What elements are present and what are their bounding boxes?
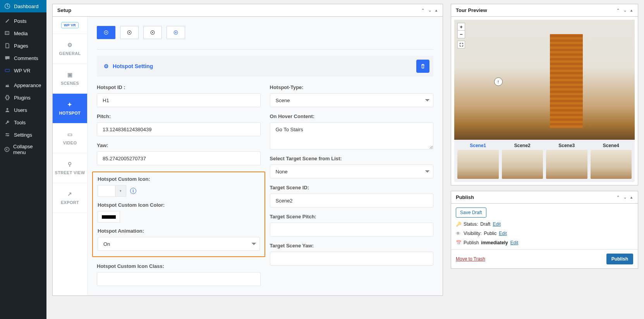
- custom-icon-preview: [98, 185, 115, 197]
- scene-thumb-2[interactable]: Scene2: [502, 143, 543, 179]
- panel-up-icon[interactable]: ⌃: [616, 7, 620, 13]
- collapse-icon: [4, 146, 10, 153]
- zoom-in-button[interactable]: +: [457, 23, 465, 31]
- publish-panel-title: Publish: [456, 194, 474, 200]
- animation-select[interactable]: On: [98, 237, 260, 251]
- scene-thumb-4[interactable]: Scene4: [591, 143, 632, 179]
- streetview-icon: ⚲: [68, 161, 72, 167]
- target-id-input[interactable]: [270, 194, 434, 208]
- hotspot-slot-2[interactable]: [120, 26, 139, 39]
- hotspot-id-input[interactable]: [97, 93, 261, 107]
- panel-down-icon[interactable]: ⌄: [623, 194, 627, 200]
- label-pitch: Pitch:: [97, 113, 261, 119]
- hotspot-add-button[interactable]: [167, 26, 185, 39]
- target-pitch-input[interactable]: [270, 223, 434, 237]
- publish-value: immediately: [481, 240, 508, 245]
- publish-button[interactable]: Publish: [606, 254, 633, 264]
- tab-streetview[interactable]: ⚲STREET VIEW: [53, 153, 87, 183]
- sidebar-item-settings[interactable]: Settings: [0, 129, 46, 141]
- pitch-input[interactable]: [97, 122, 261, 136]
- panel-up-icon[interactable]: ⌃: [421, 7, 425, 13]
- setup-tab-rail: WP VR ⚙GENERAL ▣SCENES ✦HOTSPOT ▭VIDEO ⚲…: [53, 17, 88, 295]
- svg-point-5: [5, 147, 9, 151]
- comments-icon: [4, 55, 11, 62]
- sidebar-item-media[interactable]: Media: [0, 27, 46, 39]
- hotspot-type-select[interactable]: Scene: [270, 93, 434, 107]
- preview-wall: [550, 34, 583, 128]
- sidebar-item-users[interactable]: Users: [0, 104, 46, 116]
- label-hotspot-id: Hotspot ID :: [97, 84, 261, 90]
- edit-status-link[interactable]: Edit: [493, 221, 501, 227]
- svg-point-3: [6, 133, 7, 134]
- media-icon: [4, 30, 11, 37]
- gear-icon: ⚙: [104, 63, 109, 69]
- delete-hotspot-button[interactable]: [416, 60, 429, 73]
- label-icon-color: Hotspot Custom Icon Color:: [98, 202, 260, 208]
- sidebar-item-pages[interactable]: Pages: [0, 39, 46, 52]
- hotspot-slot-1[interactable]: [97, 26, 115, 39]
- panel-down-icon[interactable]: ⌄: [623, 7, 627, 13]
- custom-icon-dropdown[interactable]: ▾: [115, 185, 126, 197]
- tab-general[interactable]: ⚙GENERAL: [53, 34, 87, 64]
- tab-export[interactable]: ↗EXPORT: [53, 183, 87, 213]
- sidebar-item-wpvr[interactable]: WP VR: [0, 64, 46, 77]
- target-yaw-input[interactable]: [270, 252, 434, 266]
- scene-nav-arrow[interactable]: ↑: [494, 77, 503, 86]
- fullscreen-button[interactable]: [457, 41, 465, 48]
- icon-color-swatch[interactable]: [98, 211, 120, 223]
- tab-hotspot[interactable]: ✦HOTSPOT: [53, 94, 87, 123]
- panel-up-icon[interactable]: ⌃: [616, 194, 620, 200]
- icon-class-input[interactable]: [97, 272, 261, 286]
- zoom-out-button[interactable]: −: [457, 31, 465, 38]
- onhover-textarea[interactable]: Go To Stairs: [270, 122, 434, 149]
- panel-toggle-icon[interactable]: ▴: [434, 7, 438, 13]
- sidebar-item-plugins[interactable]: Plugins: [0, 91, 46, 104]
- target-scene-select[interactable]: None: [270, 165, 434, 178]
- hotspot-icon: ✦: [67, 101, 72, 108]
- plugins-icon: [4, 94, 11, 101]
- yaw-input[interactable]: [97, 151, 261, 165]
- edit-publish-link[interactable]: Edit: [510, 240, 519, 245]
- panel-down-icon[interactable]: ⌄: [428, 7, 432, 13]
- move-to-trash-link[interactable]: Move to Trash: [456, 256, 485, 262]
- publish-label: Publish: [464, 240, 479, 245]
- wpvr-logo: WP VR: [53, 17, 87, 34]
- custom-icon-highlight: Hotspot Custom Icon: ▾ i Hotspot Custom …: [92, 172, 265, 257]
- panel-toggle-icon[interactable]: ▴: [630, 194, 633, 200]
- gear-icon: ⚙: [67, 42, 72, 48]
- label-icon-class: Hotspot Custom Icon Class:: [97, 263, 261, 269]
- sidebar-item-dashboard[interactable]: Dashboard: [0, 0, 46, 12]
- dashboard-icon: [4, 3, 11, 10]
- info-icon[interactable]: i: [130, 188, 136, 194]
- key-icon: 🔑: [456, 221, 461, 227]
- panel-toggle-icon[interactable]: ▴: [630, 7, 633, 13]
- sidebar-item-tools[interactable]: Tools: [0, 116, 46, 129]
- svg-point-9: [129, 32, 130, 33]
- wpvr-icon: [4, 67, 11, 74]
- sidebar-item-appearance[interactable]: Appearance: [0, 79, 46, 91]
- label-target-pitch: Target Scene Pitch:: [270, 214, 434, 220]
- video-icon: ▭: [67, 131, 72, 137]
- publish-panel: Publish ⌃ ⌄ ▴ Save Draft 🔑Status: Draft …: [451, 191, 638, 269]
- hotspot-setting-title: Hotspot Setting: [113, 63, 153, 69]
- tab-scenes[interactable]: ▣SCENES: [53, 64, 87, 94]
- sidebar-item-posts[interactable]: Posts: [0, 15, 46, 27]
- export-icon: ↗: [67, 191, 72, 197]
- tour-preview-panel: Tour Preview ⌃ ⌄ ▴ + −: [451, 4, 638, 185]
- setup-panel: Setup ⌃ ⌄ ▴ WP VR ⚙GENERAL: [52, 4, 443, 296]
- svg-point-7: [106, 32, 107, 33]
- edit-visibility-link[interactable]: Edit: [499, 231, 507, 236]
- settings-icon: [4, 131, 11, 138]
- sidebar-item-comments[interactable]: Comments: [0, 52, 46, 64]
- tour-preview-title: Tour Preview: [456, 7, 487, 13]
- sidebar-item-collapse[interactable]: Collapse menu: [0, 141, 46, 158]
- tour-preview-viewport[interactable]: + − ↑: [454, 20, 635, 140]
- svg-rect-1: [5, 69, 9, 72]
- scene-thumb-3[interactable]: Scene3: [546, 143, 587, 179]
- label-target-yaw: Target Scene Yaw:: [270, 243, 434, 249]
- scene-thumb-1[interactable]: Scene1: [457, 143, 499, 179]
- tab-video[interactable]: ▭VIDEO: [53, 123, 87, 153]
- save-draft-button[interactable]: Save Draft: [456, 208, 486, 218]
- hotspot-slot-3[interactable]: [143, 26, 162, 39]
- visibility-value: Public: [484, 231, 496, 236]
